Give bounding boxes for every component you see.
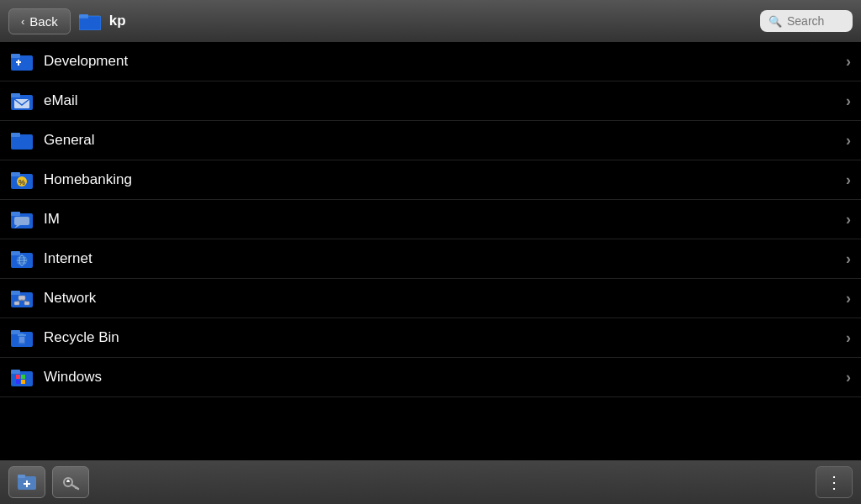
header-title: kp: [109, 13, 752, 29]
header: ‹ Back kp 🔍: [0, 0, 861, 42]
list-item[interactable]: General ›: [0, 121, 861, 160]
internet-label: Internet: [44, 250, 846, 267]
chevron-right-icon: ›: [846, 132, 851, 150]
svg-rect-29: [18, 296, 25, 300]
svg-rect-17: [11, 212, 20, 216]
more-dots-icon: ⋮: [826, 472, 843, 492]
list-item[interactable]: Network ›: [0, 279, 861, 318]
svg-rect-31: [24, 302, 29, 305]
chevron-right-icon: ›: [846, 53, 851, 71]
svg-rect-46: [16, 380, 20, 384]
email-icon: [10, 89, 34, 113]
internet-icon: [10, 247, 34, 270]
svg-rect-8: [11, 93, 20, 97]
back-label: Back: [29, 14, 57, 29]
network-label: Network: [44, 290, 846, 307]
footer: ⋮: [0, 460, 861, 504]
svg-rect-35: [11, 330, 20, 334]
svg-rect-44: [16, 375, 20, 379]
chevron-left-icon: ‹: [21, 15, 24, 28]
homebanking-label: Homebanking: [44, 171, 846, 188]
email-label: eMail: [44, 92, 846, 109]
svg-rect-28: [11, 291, 20, 295]
svg-rect-38: [20, 333, 24, 335]
windows-label: Windows: [44, 369, 846, 386]
svg-rect-47: [21, 380, 25, 384]
chevron-right-icon: ›: [846, 369, 851, 386]
svg-rect-43: [11, 370, 20, 374]
svg-rect-21: [11, 251, 20, 255]
chevron-right-icon: ›: [846, 250, 851, 268]
svg-rect-11: [11, 133, 20, 137]
search-icon: 🔍: [769, 15, 782, 28]
homebanking-icon: %: [10, 168, 34, 192]
chevron-right-icon: ›: [846, 290, 851, 307]
svg-rect-6: [16, 61, 21, 63]
recycle-bin-icon: [10, 326, 34, 349]
general-label: General: [44, 132, 846, 149]
list-item[interactable]: Windows ›: [0, 358, 861, 397]
more-button[interactable]: ⋮: [816, 466, 853, 498]
header-folder-icon: [79, 12, 101, 30]
network-icon: [10, 286, 34, 310]
general-icon: [10, 129, 34, 152]
chevron-right-icon: ›: [846, 211, 851, 228]
item-list: Development › eMail › General ›: [0, 42, 861, 397]
svg-rect-45: [21, 375, 25, 379]
svg-rect-1: [79, 14, 88, 18]
list-item[interactable]: eMail ›: [0, 81, 861, 121]
recycle-bin-label: Recycle Bin: [44, 329, 846, 346]
im-label: IM: [44, 211, 846, 228]
svg-rect-51: [18, 475, 25, 478]
chevron-right-icon: ›: [846, 171, 851, 189]
development-label: Development: [44, 53, 846, 70]
chevron-right-icon: ›: [846, 92, 851, 110]
back-button[interactable]: ‹ Back: [8, 8, 71, 34]
list-item[interactable]: IM ›: [0, 200, 861, 239]
svg-rect-30: [14, 302, 19, 305]
svg-rect-13: [11, 172, 20, 176]
add-key-button[interactable]: [52, 466, 89, 498]
development-icon: [10, 50, 34, 73]
chevron-right-icon: ›: [846, 329, 851, 347]
list-item[interactable]: % Homebanking ›: [0, 160, 861, 200]
im-icon: [10, 207, 34, 231]
add-folder-button[interactable]: [8, 466, 45, 498]
list-item[interactable]: Internet ›: [0, 239, 861, 279]
svg-rect-18: [14, 217, 29, 225]
search-input[interactable]: [787, 14, 846, 28]
search-box[interactable]: 🔍: [760, 10, 853, 32]
svg-rect-4: [11, 54, 20, 58]
list-item[interactable]: Recycle Bin ›: [0, 318, 861, 358]
svg-rect-49: [16, 379, 25, 380]
svg-text:%: %: [18, 178, 25, 186]
list-item[interactable]: Development ›: [0, 42, 861, 81]
windows-icon: [10, 365, 34, 389]
